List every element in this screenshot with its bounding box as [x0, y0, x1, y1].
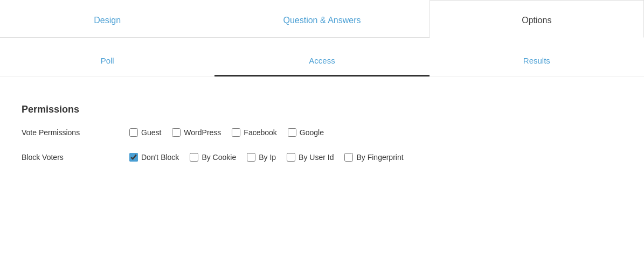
main-tabs: Design Question & Answers Options — [0, 0, 644, 38]
tab-design[interactable]: Design — [0, 0, 214, 37]
checkbox-facebook[interactable]: Facebook — [232, 128, 276, 137]
vote-permissions-label: Vote Permissions — [22, 128, 129, 137]
checkbox-dont-block-input[interactable] — [129, 153, 138, 162]
checkbox-guest-label: Guest — [141, 128, 161, 137]
checkbox-google-label: Google — [300, 128, 324, 137]
checkbox-wordpress-input[interactable] — [172, 128, 181, 137]
content-area: Permissions Vote Permissions Guest WordP… — [0, 93, 644, 194]
subtab-results[interactable]: Results — [430, 48, 644, 76]
checkbox-by-fingerprint-input[interactable] — [344, 153, 353, 162]
checkbox-google[interactable]: Google — [288, 128, 324, 137]
checkbox-by-fingerprint[interactable]: By Fingerprint — [344, 153, 403, 162]
checkbox-by-ip-label: By Ip — [259, 153, 276, 162]
checkbox-facebook-input[interactable] — [232, 128, 240, 137]
checkbox-by-fingerprint-label: By Fingerprint — [356, 153, 403, 162]
vote-permissions-row: Vote Permissions Guest WordPress Faceboo… — [22, 128, 622, 137]
vote-permissions-options: Guest WordPress Facebook Google — [129, 128, 324, 137]
checkbox-by-user-id[interactable]: By User Id — [287, 153, 334, 162]
section-title: Permissions — [22, 104, 622, 115]
checkbox-by-ip-input[interactable] — [247, 153, 255, 162]
checkbox-by-user-id-label: By User Id — [299, 153, 334, 162]
checkbox-dont-block[interactable]: Don't Block — [129, 153, 179, 162]
checkbox-facebook-label: Facebook — [244, 128, 276, 137]
tab-options[interactable]: Options — [430, 0, 644, 38]
checkbox-guest-input[interactable] — [129, 128, 138, 137]
tab-qa[interactable]: Question & Answers — [214, 0, 429, 37]
subtab-access[interactable]: Access — [214, 48, 429, 76]
checkbox-by-cookie-input[interactable] — [190, 153, 198, 162]
checkbox-by-user-id-input[interactable] — [287, 153, 295, 162]
checkbox-wordpress-label: WordPress — [184, 128, 221, 137]
block-voters-options: Don't Block By Cookie By Ip By User Id B… — [129, 153, 404, 162]
checkbox-wordpress[interactable]: WordPress — [172, 128, 221, 137]
checkbox-dont-block-label: Don't Block — [141, 153, 179, 162]
checkbox-by-cookie-label: By Cookie — [202, 153, 236, 162]
block-voters-row: Block Voters Don't Block By Cookie By Ip… — [22, 153, 622, 162]
block-voters-label: Block Voters — [22, 153, 129, 162]
checkbox-guest[interactable]: Guest — [129, 128, 161, 137]
subtab-poll[interactable]: Poll — [0, 48, 214, 76]
checkbox-by-cookie[interactable]: By Cookie — [190, 153, 236, 162]
checkbox-by-ip[interactable]: By Ip — [247, 153, 276, 162]
checkbox-google-input[interactable] — [288, 128, 296, 137]
sub-tabs: Poll Access Results — [0, 38, 644, 77]
